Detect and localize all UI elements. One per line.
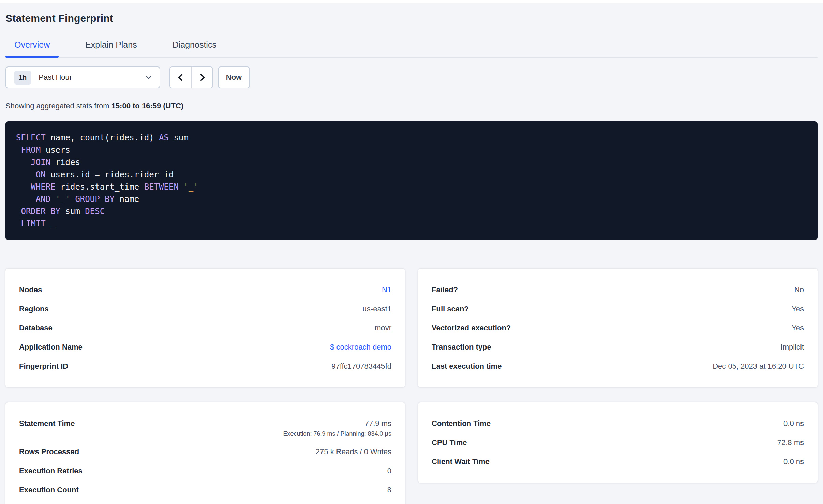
application-name-value[interactable]: $ cockroach demo	[330, 343, 391, 351]
summary-row-regions: Regionsus-east1	[19, 299, 391, 318]
last-execution-time-value: Dec 05, 2023 at 16:20 UTC	[713, 362, 804, 370]
nodes-value[interactable]: N1	[382, 285, 391, 294]
summary-row-rows-processed: Rows Processed275 k Reads / 0 Writes	[19, 442, 391, 461]
summary-row-full-scan: Full scan?Yes	[432, 299, 804, 318]
transaction-type-value: Implicit	[781, 343, 804, 351]
regions-label: Regions	[19, 304, 49, 314]
next-time-button[interactable]	[191, 67, 212, 88]
summary-row-statement-time: Statement Time77.9 msExecution: 76.9 ms …	[19, 414, 391, 442]
sql-line: WHERE rides.start_time BETWEEN '_'	[16, 181, 809, 193]
vectorized-execution-label: Vectorized execution?	[432, 323, 511, 333]
execution-count-label: Execution Count	[19, 485, 79, 495]
chevron-right-icon	[198, 73, 207, 82]
aggregated-stats-range: 15:00 to 16:59 (UTC)	[111, 102, 184, 110]
statement-time-label: Statement Time	[19, 418, 75, 429]
sql-line: JOIN rides	[16, 156, 809, 168]
summary-row-contention-time: Contention Time0.0 ns	[432, 414, 804, 433]
statement-time-value: 77.9 ms	[365, 419, 391, 428]
sql-line: FROM users	[16, 144, 809, 156]
execution-count-value: 8	[387, 486, 391, 494]
statement-details-card: NodesN1Regionsus-east1DatabasemovrApplic…	[5, 269, 405, 387]
cpu-time-label: CPU Time	[432, 438, 467, 448]
sql-line: ORDER BY sum DESC	[16, 205, 809, 218]
sql-line: AND '_' GROUP BY name	[16, 193, 809, 205]
time-range-dropdown[interactable]: 1h Past Hour	[5, 66, 160, 88]
full-scan-value: Yes	[792, 305, 804, 313]
resource-stats-card: Contention Time0.0 nsCPU Time72.8 msClie…	[418, 402, 818, 483]
overview-cards-row: NodesN1Regionsus-east1DatabasemovrApplic…	[5, 269, 818, 387]
summary-row-last-execution-time: Last execution timeDec 05, 2023 at 16:20…	[432, 357, 804, 376]
database-value: movr	[375, 324, 391, 332]
tab-bar: Overview Explain Plans Diagnostics	[5, 40, 818, 58]
top-strip	[0, 0, 823, 3]
aggregated-stats-prefix: Showing aggregated stats from	[5, 102, 111, 110]
database-label: Database	[19, 323, 53, 333]
vectorized-execution-value: Yes	[792, 324, 804, 332]
chevron-left-icon	[176, 73, 185, 82]
tab-overview[interactable]: Overview	[5, 40, 59, 57]
rows-processed-value: 275 k Reads / 0 Writes	[316, 447, 391, 456]
stats-cards-row: Statement Time77.9 msExecution: 76.9 ms …	[5, 402, 818, 504]
timing-stats-card: Statement Time77.9 msExecution: 76.9 ms …	[5, 402, 405, 504]
summary-row-client-wait-time: Client Wait Time0.0 ns	[432, 452, 804, 471]
failed-value: No	[794, 285, 804, 294]
summary-row-cpu-time: CPU Time72.8 ms	[432, 433, 804, 452]
summary-row-database: Databasemovr	[19, 318, 391, 338]
sql-line: LIMIT _	[16, 218, 809, 230]
last-execution-time-label: Last execution time	[432, 361, 502, 371]
time-range-badge: 1h	[14, 71, 31, 85]
regions-value: us-east1	[363, 305, 391, 313]
client-wait-time-label: Client Wait Time	[432, 457, 490, 467]
nodes-label: Nodes	[19, 285, 42, 295]
sql-line: SELECT name, count(rides.id) AS sum	[16, 132, 809, 144]
fingerprint-id-label: Fingerprint ID	[19, 361, 68, 371]
summary-row-fingerprint-id: Fingerprint ID97ffc170783445fd	[19, 357, 391, 376]
chevron-down-icon	[145, 73, 153, 81]
fingerprint-id-value: 97ffc170783445fd	[331, 362, 391, 370]
time-range-label: Past Hour	[39, 73, 72, 82]
statement-time-subvalue: Execution: 76.9 ms / Planning: 834.0 µs	[283, 430, 391, 438]
sql-statement: SELECT name, count(rides.id) AS sum FROM…	[5, 121, 818, 240]
transaction-type-label: Transaction type	[432, 342, 491, 352]
execution-attributes-card: Failed?NoFull scan?YesVectorized executi…	[418, 269, 818, 387]
summary-row-execution-retries: Execution Retries0	[19, 461, 391, 480]
time-pager	[169, 66, 213, 88]
now-button[interactable]: Now	[218, 66, 250, 88]
tab-explain-plans[interactable]: Explain Plans	[76, 40, 146, 57]
sql-line: ON users.id = rides.rider_id	[16, 168, 809, 181]
time-controls: 1h Past Hour	[5, 66, 818, 88]
execution-retries-label: Execution Retries	[19, 466, 83, 476]
full-scan-label: Full scan?	[432, 304, 469, 314]
summary-row-transaction-type: Transaction typeImplicit	[432, 338, 804, 357]
execution-retries-value: 0	[387, 466, 391, 475]
tab-diagnostics[interactable]: Diagnostics	[164, 40, 225, 57]
contention-time-label: Contention Time	[432, 418, 491, 429]
cpu-time-value: 72.8 ms	[777, 438, 804, 447]
prev-time-button[interactable]	[170, 67, 191, 88]
summary-row-vectorized-execution: Vectorized execution?Yes	[432, 318, 804, 338]
contention-time-value: 0.0 ns	[783, 419, 804, 428]
client-wait-time-value: 0.0 ns	[783, 457, 804, 466]
summary-row-application-name: Application Name$ cockroach demo	[19, 338, 391, 357]
summary-row-failed: Failed?No	[432, 280, 804, 299]
summary-row-nodes: NodesN1	[19, 280, 391, 299]
page-title: Statement Fingerprint	[5, 13, 818, 24]
statement-fingerprint-page: Statement Fingerprint Overview Explain P…	[0, 13, 823, 504]
rows-processed-label: Rows Processed	[19, 447, 79, 457]
application-name-label: Application Name	[19, 342, 83, 352]
aggregated-stats-line: Showing aggregated stats from 15:00 to 1…	[5, 102, 818, 110]
failed-label: Failed?	[432, 285, 458, 295]
summary-row-execution-count: Execution Count8	[19, 480, 391, 500]
